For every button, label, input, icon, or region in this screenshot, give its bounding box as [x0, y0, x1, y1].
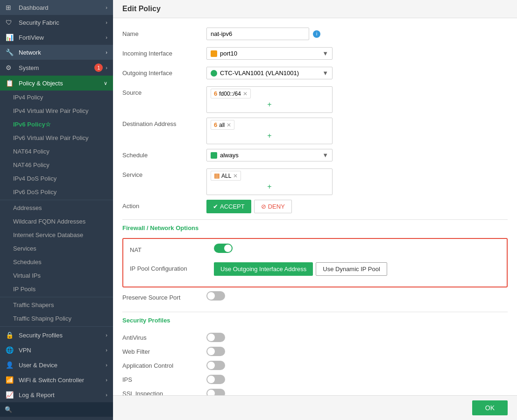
sidebar-item-label: WiFi & Switch Controller	[19, 377, 106, 384]
sidebar-item-vpn[interactable]: 🌐 VPN ›	[0, 343, 113, 357]
policy-icon: 📋	[6, 79, 15, 87]
nat-row: NAT	[130, 244, 500, 259]
sidebar-item-system[interactable]: ⚙ System 1 ›	[0, 60, 113, 76]
sidebar-item-nat64-policy[interactable]: NAT64 Policy	[0, 145, 113, 158]
sidebar-item-security-fabric[interactable]: 🛡 Security Fabric ›	[0, 15, 113, 30]
use-outgoing-interface-button[interactable]: Use Outgoing Interface Address	[214, 262, 313, 276]
sidebar-item-virtual-ips[interactable]: Virtual IPs	[0, 269, 113, 282]
sidebar-item-label: Dashboard	[19, 4, 106, 11]
sidebar-item-traffic-shapers[interactable]: Traffic Shapers	[0, 298, 113, 312]
sidebar-item-security-profiles[interactable]: 🔒 Security Profiles ›	[0, 328, 113, 343]
sidebar-item-ipv6-virtual-wire[interactable]: IPv6 Virtual Wire Pair Policy	[0, 131, 113, 145]
toggle-knob	[207, 292, 215, 300]
use-dynamic-ip-pool-button[interactable]: Use Dynamic IP Pool	[316, 262, 387, 276]
sidebar-item-dashboard[interactable]: ⊞ Dashboard ›	[0, 0, 113, 15]
sidebar-item-label: Security Profiles	[19, 332, 106, 339]
sub-item-label: Services	[13, 245, 36, 252]
sidebar-item-fortiview[interactable]: 📊 FortiView ›	[0, 30, 113, 45]
info-icon[interactable]: i	[313, 30, 320, 38]
star-icon: ☆	[45, 121, 51, 128]
antivirus-toggle[interactable]	[206, 333, 225, 342]
destination-tag-row: 6 all ✕	[211, 120, 328, 130]
outgoing-interface-dropdown[interactable]: CTC-VLAN1001 (VLAN1001) ▼	[206, 67, 333, 79]
chevron-right-icon: ›	[106, 65, 107, 70]
sidebar-item-network[interactable]: 🔧 Network ›	[0, 45, 113, 60]
preserve-source-port-value	[206, 291, 508, 301]
sidebar-search-input[interactable]	[15, 406, 108, 413]
ok-button[interactable]: OK	[472, 400, 508, 415]
sidebar-item-user-device[interactable]: 👤 User & Device ›	[0, 357, 113, 372]
preserve-source-port-toggle[interactable]	[206, 291, 225, 301]
source-tag-value: fd00::/64	[219, 91, 241, 97]
sidebar-item-policy-objects[interactable]: 📋 Policy & Objects ∨	[0, 76, 113, 91]
nat-value	[214, 244, 500, 253]
incoming-value: port10 ▼	[206, 47, 508, 60]
sidebar-item-services[interactable]: Services	[0, 242, 113, 255]
sidebar-item-ip-pools[interactable]: IP Pools	[0, 282, 113, 296]
name-label: Name	[122, 28, 206, 37]
toggle-track	[214, 244, 233, 253]
source-add-button[interactable]: +	[265, 99, 273, 110]
sidebar-item-ipv4-dos-policy[interactable]: IPv4 DoS Policy	[0, 172, 113, 185]
sub-item-label: Wildcard FQDN Addresses	[13, 218, 85, 225]
firewall-section-header: Firewall / Network Options	[122, 219, 508, 234]
shield-icon: 🛡	[6, 19, 15, 26]
main-content: Edit Policy Name i Incoming Interface po…	[113, 0, 517, 420]
sidebar-item-label: Network	[19, 49, 106, 56]
page-title: Edit Policy	[122, 5, 161, 13]
sidebar-item-wifi-switch[interactable]: 📶 WiFi & Switch Controller ›	[0, 372, 113, 387]
ip-pool-value: Use Outgoing Interface Address Use Dynam…	[214, 262, 500, 276]
service-add-button[interactable]: +	[265, 182, 273, 192]
sidebar-item-ipv6-policy[interactable]: IPv6 Policy ☆	[0, 118, 113, 131]
nat-toggle[interactable]	[214, 244, 233, 253]
sidebar-item-ipv4-virtual-wire[interactable]: IPv4 Virtual Wire Pair Policy	[0, 104, 113, 118]
source-tag-close[interactable]: ✕	[243, 91, 248, 97]
btn-pool-active-label: Use Outgoing Interface Address	[220, 266, 306, 273]
schedule-value: always ▼	[206, 149, 508, 161]
sidebar-item-label: Policy & Objects	[19, 80, 104, 87]
ips-row: IPS	[122, 372, 508, 386]
toggle-track	[206, 361, 225, 370]
outgoing-interface-row: Outgoing Interface CTC-VLAN1001 (VLAN100…	[122, 67, 508, 82]
service-tag-close[interactable]: ✕	[233, 173, 238, 179]
sidebar-item-log-report[interactable]: 📈 Log & Report ›	[0, 387, 113, 402]
ip-pool-label: IP Pool Configuration	[130, 262, 214, 272]
sidebar-item-traffic-shaping-policy[interactable]: Traffic Shaping Policy	[0, 312, 113, 325]
firewall-options-box: NAT IP Pool Configuration Use	[122, 238, 508, 287]
name-input[interactable]	[206, 28, 309, 40]
deny-label: DENY	[268, 203, 285, 210]
sidebar-item-ipv4-policy[interactable]: IPv4 Policy	[0, 91, 113, 104]
security-profiles-section: AntiVirus Web Filter Applica	[122, 330, 508, 400]
sidebar-item-internet-service-db[interactable]: Internet Service Database	[0, 228, 113, 242]
vpn-icon: 🌐	[6, 346, 15, 354]
destination-tag-close[interactable]: ✕	[227, 122, 231, 128]
sub-item-label: NAT46 Policy	[13, 161, 50, 168]
checkmark-icon: ✔	[213, 203, 218, 210]
sidebar-item-label: System	[19, 64, 94, 71]
sidebar-item-ipv6-dos-policy[interactable]: IPv6 DoS Policy	[0, 185, 113, 199]
sidebar-item-schedules[interactable]: Schedules	[0, 255, 113, 269]
search-icon: 🔍	[5, 406, 12, 413]
sidebar-item-nat46-policy[interactable]: NAT46 Policy	[0, 158, 113, 172]
deny-button[interactable]: ⊘ DENY	[254, 200, 292, 213]
app-control-toggle[interactable]	[206, 361, 225, 370]
web-filter-label: Web Filter	[122, 348, 206, 355]
sidebar-item-addresses[interactable]: Addresses	[0, 201, 113, 215]
accept-label: ACCEPT	[220, 203, 245, 210]
sub-item-label: IPv6 Virtual Wire Pair Policy	[13, 134, 89, 141]
chevron-down-icon: ▼	[322, 50, 328, 57]
accept-button[interactable]: ✔ ACCEPT	[206, 200, 251, 213]
incoming-interface-dropdown[interactable]: port10 ▼	[206, 47, 333, 60]
schedule-dropdown[interactable]: always ▼	[206, 149, 333, 161]
toggle-knob	[207, 362, 215, 369]
destination-add-button[interactable]: +	[265, 131, 273, 141]
log-icon: 📈	[6, 391, 15, 399]
sidebar-item-wildcard-fqdn[interactable]: Wildcard FQDN Addresses	[0, 215, 113, 228]
ips-toggle[interactable]	[206, 375, 225, 384]
service-value: ▤ ALL ✕ +	[206, 168, 508, 195]
toggle-knob	[224, 245, 232, 252]
chevron-down-icon: ∨	[104, 80, 107, 86]
incoming-label: Incoming Interface	[122, 47, 206, 57]
web-filter-toggle[interactable]	[206, 347, 225, 356]
service-tag-value: ALL	[221, 173, 231, 179]
